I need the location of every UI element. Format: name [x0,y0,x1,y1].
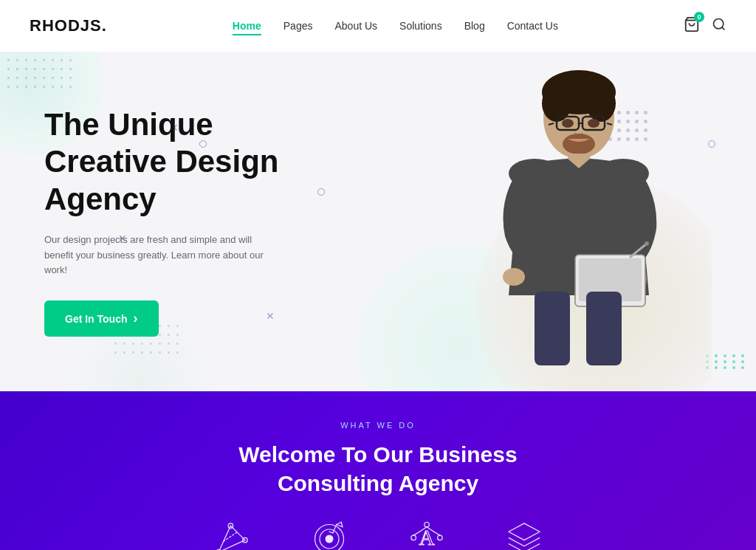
person-svg [461,59,697,391]
nav-pages[interactable]: Pages [284,20,313,32]
svg-text:A: A [419,526,434,549]
section-title: Welcome To Our Business Consulting Agenc… [238,440,517,498]
section-label: WHAT WE DO [340,421,416,430]
svg-point-12 [562,119,574,128]
svg-point-1 [714,19,724,29]
layers-icon [505,520,543,550]
logo: RHODJS. [30,16,107,35]
target-icon [310,520,348,550]
dot-grid-br [706,354,747,369]
svg-point-47 [438,535,443,540]
svg-line-2 [722,27,725,30]
svg-point-46 [411,535,416,540]
typography-icon: A [408,520,446,550]
svg-rect-23 [535,292,570,365]
bottom-section: WHAT WE DO Welcome To Our Business Consu… [0,391,756,550]
svg-point-21 [645,241,649,246]
service-typography: A [408,520,446,550]
nav-blog[interactable]: Blog [464,20,485,32]
svg-point-22 [503,268,525,286]
svg-rect-24 [586,292,622,365]
service-layers [505,520,543,550]
hero-content: The Unique Creative Design Agency Our de… [0,106,325,337]
svg-point-14 [563,134,595,154]
nav-home[interactable]: Home [233,20,261,32]
dot-grid-tl [7,59,66,96]
header: RHODJS. Home Pages About Us Solutions Bl… [0,0,756,52]
pen-ruler-icon [213,520,251,550]
service-design [213,520,251,550]
svg-line-25 [219,526,230,550]
nav-contact[interactable]: Contact Us [507,20,558,32]
svg-marker-48 [509,523,540,540]
svg-line-36 [329,532,333,533]
svg-point-13 [588,119,599,128]
services-row: A [213,520,543,550]
nav-about[interactable]: About Us [334,20,377,32]
cart-button[interactable]: 0 [684,16,700,35]
cta-button[interactable]: Get In Touch [44,300,159,337]
hero-subtitle: Our design projects are fresh and simple… [44,233,281,278]
svg-line-27 [219,540,245,550]
navigation: Home Pages About Us Solutions Blog Conta… [233,20,558,32]
header-icons: 0 [684,16,726,35]
svg-line-37 [337,522,342,524]
service-target [310,520,348,550]
search-icon [712,17,726,32]
hero-person-image [446,59,712,391]
search-button[interactable] [712,17,726,35]
svg-point-34 [326,535,333,543]
cart-badge: 0 [694,12,704,22]
hero-title: The Unique Creative Design Agency [44,106,325,218]
svg-line-26 [230,526,245,540]
hero-section: ✕ ✕ ✕ ✕ The Unique Creative Design Agenc… [0,52,756,391]
nav-solutions[interactable]: Solutions [399,20,442,32]
svg-line-45 [434,532,440,535]
